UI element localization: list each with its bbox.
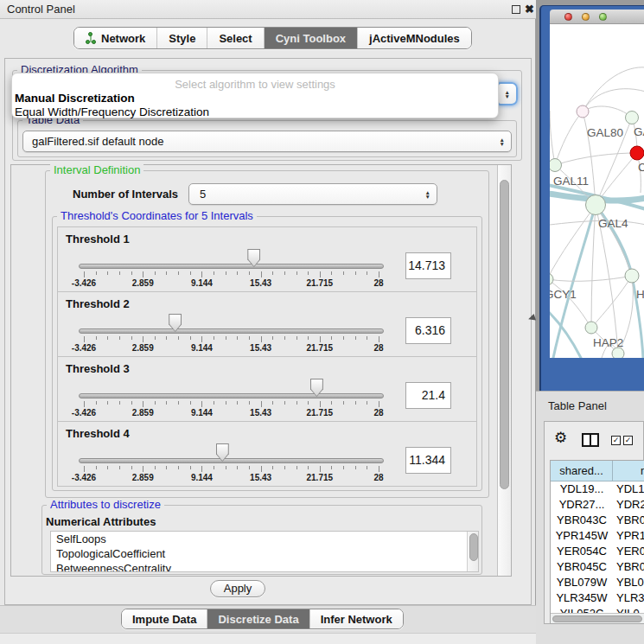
table-data-combobox[interactable]: galFiltered.sif default node ▲▼ <box>22 131 512 152</box>
slider-tick <box>249 271 250 275</box>
table-row[interactable]: YDL19...YDL1 <box>551 481 644 497</box>
slider-tick <box>107 401 108 405</box>
table-row[interactable]: YBL079WYBL0 <box>551 575 644 590</box>
table-cell-name: YLR3 <box>616 590 644 606</box>
slider-tick <box>178 466 179 469</box>
vertical-scrollbar[interactable] <box>497 165 511 576</box>
tab-network[interactable]: Network <box>74 28 157 48</box>
column-header-shared-name[interactable]: shared... <box>551 461 613 481</box>
attributes-scrollbar-thumb[interactable] <box>469 533 478 561</box>
algorithm-option-equal-width[interactable]: Equal Width/Frequency Discretization <box>15 105 209 118</box>
table-row[interactable]: YIL052CYIL0 <box>551 606 644 613</box>
close-icon[interactable]: ✖ <box>525 2 534 17</box>
slider-tick <box>308 336 309 340</box>
slider-tick <box>190 466 191 469</box>
slider-tick <box>84 401 85 407</box>
minimize-traffic-light[interactable] <box>582 13 590 21</box>
horizontal-scrollbar-thumb[interactable] <box>552 615 642 622</box>
network-node[interactable] <box>586 195 606 215</box>
slider-tick <box>119 336 120 340</box>
threshold-3-value-field[interactable]: 21.4 <box>405 382 451 409</box>
threshold-4-value-field[interactable]: 11.344 <box>405 447 451 474</box>
slider-tick <box>237 336 238 340</box>
vertical-scrollbar-thumb[interactable] <box>500 180 509 489</box>
attribute-item[interactable]: BetweennessCentrality <box>51 561 478 572</box>
threshold-4-slider-track[interactable] <box>79 458 384 463</box>
table-cell-shared-name: YIL052C <box>551 606 613 613</box>
table-cell-name: YER0 <box>616 544 644 559</box>
tab-impute-data[interactable]: Impute Data <box>122 609 207 628</box>
network-canvas[interactable]: GAL80GACGAL11GAL4GCY1HHAP2 <box>550 24 644 358</box>
table-row[interactable]: YDR27...YDR2 <box>551 497 644 513</box>
slider-tick <box>131 271 132 275</box>
network-node[interactable] <box>550 159 562 172</box>
slider-tick <box>308 401 309 405</box>
table-row[interactable]: YLR345WYLR3 <box>551 590 644 606</box>
slider-tick <box>284 466 285 469</box>
float-window-icon[interactable] <box>512 5 520 14</box>
tab-cyni-toolbox-label: Cyni Toolbox <box>276 32 346 45</box>
gear-icon[interactable]: ⚙ <box>554 430 567 446</box>
apply-button[interactable]: Apply <box>210 580 265 597</box>
threshold-3-slider-track[interactable] <box>79 393 384 399</box>
network-window-titlebar[interactable] <box>550 10 644 24</box>
horizontal-scrollbar[interactable] <box>551 613 644 624</box>
network-node[interactable] <box>577 105 589 118</box>
threshold-1-value-field[interactable]: 14.713 <box>405 252 451 279</box>
table-header-row: shared... n <box>551 461 644 481</box>
tab-jactivemnodules[interactable]: jActiveMNodules <box>358 28 471 48</box>
network-node[interactable] <box>630 146 644 160</box>
columns-icon[interactable] <box>582 433 599 447</box>
slider-tick-label: 15.43 <box>250 343 271 353</box>
tab-style[interactable]: Style <box>157 28 207 48</box>
threshold-2-slider-track[interactable] <box>79 328 384 334</box>
table-panel-card: ⚙ ✓ ✓ shared... n YDL19...YDL1YDR27...YD… <box>544 421 644 624</box>
attributes-scrollbar[interactable] <box>467 532 479 571</box>
attribute-item[interactable]: SelfLoops <box>51 532 478 546</box>
attributes-group-label: Attributes to discretize <box>47 499 164 511</box>
slider-tick <box>379 401 379 407</box>
tab-cyni-toolbox[interactable]: Cyni Toolbox <box>265 28 358 48</box>
threshold-2-value-field[interactable]: 6.316 <box>405 317 451 344</box>
slider-tick-label: 28 <box>373 473 383 482</box>
network-view-window[interactable]: GAL80GACGAL11GAL4GCY1HHAP2 <box>539 5 644 391</box>
checkbox-icon[interactable]: ✓ <box>623 436 633 445</box>
column-header-name[interactable]: n <box>613 461 644 481</box>
checkbox-icon[interactable]: ✓ <box>611 436 621 445</box>
tab-select[interactable]: Select <box>207 28 264 48</box>
slider-tick <box>249 466 250 469</box>
slider-tick <box>155 336 156 340</box>
node-label: HAP2 <box>593 336 623 349</box>
tab-infer-network[interactable]: Infer Network <box>310 609 403 628</box>
slider-tick <box>214 466 214 469</box>
thresholds-group-label: Threshold's Coordinates for 5 Intervals <box>57 210 257 222</box>
network-node[interactable] <box>585 322 597 334</box>
table-row[interactable]: YPR145WYPR1 <box>551 528 644 544</box>
threshold-1-slider-track[interactable] <box>79 264 384 269</box>
close-traffic-light[interactable] <box>564 13 572 21</box>
node-label: GAL4 <box>598 217 628 230</box>
slider-tick <box>296 401 297 405</box>
slider-tick <box>84 336 85 342</box>
threshold-sliders-container: Threshold 1-3.4262.8599.14415.4321.71528… <box>57 226 477 488</box>
tab-discretize-data[interactable]: Discretize Data <box>207 609 309 628</box>
slider-tick <box>343 466 344 469</box>
attribute-item[interactable]: TopologicalCoefficient <box>51 546 478 561</box>
numerical-attributes-list[interactable]: SelfLoopsTopologicalCoefficientBetweenne… <box>50 531 479 572</box>
table-row[interactable]: YER054CYER0 <box>551 544 644 559</box>
slider-tick <box>331 401 332 405</box>
slider-tick-label: 21.715 <box>307 343 334 353</box>
number-of-intervals-label: Number of Intervals <box>73 188 178 201</box>
network-node[interactable] <box>626 112 639 124</box>
threshold-panel-4: Threshold 4-3.4262.8599.14415.4321.71528… <box>57 421 477 487</box>
slider-tick <box>119 271 120 275</box>
table-row[interactable]: YBR045CYBR0 <box>551 559 644 575</box>
number-of-intervals-combobox[interactable]: 5 ▲▼ <box>188 183 437 205</box>
table-row[interactable]: YBR043CYBR0 <box>551 513 644 528</box>
network-node[interactable] <box>625 269 639 283</box>
algorithm-option-manual[interactable]: Manual Discretization <box>15 92 135 105</box>
slider-tick <box>201 336 202 342</box>
algorithm-combo-stepper[interactable]: ▲▼ <box>497 82 518 105</box>
table-panel-title: Table Panel <box>548 399 607 412</box>
zoom-traffic-light[interactable] <box>599 13 607 21</box>
